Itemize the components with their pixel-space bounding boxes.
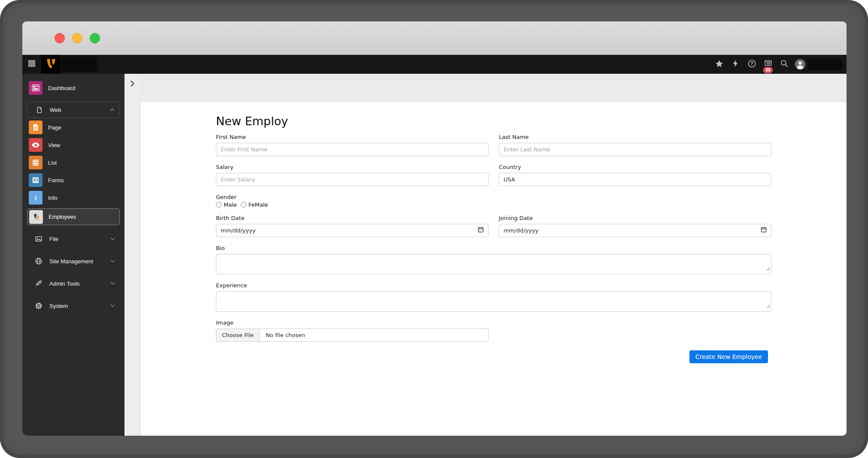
country-input[interactable] (499, 173, 771, 186)
notification-badge: 99 (763, 67, 773, 73)
info-icon: i (29, 191, 42, 205)
radio-button-icon[interactable] (216, 202, 222, 208)
gender-female-label: FeMale (249, 202, 268, 208)
image-label: Image (216, 319, 771, 326)
sidebar-group-site-management[interactable]: Site Management (27, 254, 120, 268)
gender-label: Gender (216, 194, 771, 200)
sidebar-group-label: Web (50, 107, 61, 113)
sidebar-item-employees[interactable]: 3 Employees (27, 208, 120, 225)
first-name-label: First Name (216, 134, 489, 140)
redacted-username (808, 59, 842, 70)
sidebar-item-label: Forms (48, 177, 64, 184)
radio-button-icon[interactable] (241, 202, 246, 208)
svg-text:i: i (35, 195, 36, 202)
sidebar-group-label: File (49, 236, 58, 242)
sidebar-item-label: Employees (49, 214, 76, 220)
grid-icon (28, 60, 35, 69)
gender-female-option[interactable]: FeMale (241, 202, 268, 208)
first-name-input[interactable] (216, 143, 489, 156)
experience-textarea[interactable] (216, 291, 771, 312)
clear-cache-button[interactable] (727, 55, 744, 74)
gender-male-option[interactable]: Male (216, 202, 237, 208)
date-placeholder-text: mm/dd/yyyy (504, 227, 538, 234)
sidebar-item-label: Page (48, 124, 61, 131)
person-icon (795, 59, 805, 69)
bookmarks-button[interactable] (711, 55, 727, 74)
sidebar-group-web[interactable]: Web (27, 102, 120, 118)
module-menu-button[interactable] (22, 55, 41, 74)
sidebar-group-system[interactable]: System (27, 299, 120, 313)
salary-input[interactable] (216, 173, 489, 186)
sidebar-item-forms[interactable]: Forms (29, 173, 120, 187)
experience-label: Experience (216, 282, 771, 289)
employees-extension-icon: 3 (29, 210, 43, 224)
bio-textarea[interactable] (216, 254, 771, 274)
expand-nav-button[interactable] (127, 78, 138, 89)
rocket-icon (35, 280, 42, 287)
globe-icon (35, 257, 42, 265)
topbar: ? 99 (22, 55, 847, 74)
doc-header (141, 74, 847, 102)
file-image-icon (35, 235, 42, 243)
module-sidebar: Dashboard Web (22, 74, 124, 436)
chevron-down-icon (111, 258, 115, 262)
country-label: Country (499, 164, 771, 170)
file-status-text: No file chosen (260, 332, 305, 338)
birth-date-input[interactable]: mm/dd/yyyy (216, 224, 489, 237)
date-placeholder-text: mm/dd/yyyy (221, 227, 255, 234)
joining-date-input[interactable]: mm/dd/yyyy (499, 224, 771, 237)
gear-icon (35, 302, 42, 310)
sidebar-item-label: List (48, 160, 57, 166)
chevron-right-icon (131, 81, 134, 87)
window-titlebar (22, 21, 847, 55)
gender-male-label: Male (224, 202, 237, 208)
sidebar-group-label: Site Management (49, 258, 93, 265)
sidebar-group-label: Admin Tools (49, 280, 80, 287)
typo3-logo-icon (45, 58, 56, 71)
close-window-button[interactable] (55, 33, 65, 43)
chevron-down-icon (111, 302, 115, 307)
search-button[interactable] (776, 55, 792, 74)
chevron-down-icon (111, 235, 115, 240)
sidebar-item-label: View (48, 142, 60, 148)
create-new-employee-button[interactable]: Create New Employee (689, 350, 768, 363)
calendar-icon[interactable] (478, 226, 484, 235)
chevron-down-icon (111, 280, 115, 284)
dashboard-icon (29, 81, 42, 95)
star-icon (715, 60, 723, 69)
chevron-up-icon (110, 108, 115, 112)
module-body: New Employ First Name Last Name (141, 102, 847, 436)
content-area: New Employ First Name Last Name (141, 74, 847, 436)
sidebar-item-label: Dashboard (48, 85, 76, 91)
bio-label: Bio (216, 245, 771, 251)
page-title: New Employ (216, 114, 771, 128)
sidebar-group-admin-tools[interactable]: Admin Tools (27, 277, 120, 290)
sidebar-item-info[interactable]: i Info (29, 191, 120, 205)
reports-button[interactable]: 99 (760, 55, 776, 74)
user-avatar[interactable] (795, 59, 805, 69)
sidebar-item-list[interactable]: List (29, 156, 120, 169)
maximize-window-button[interactable] (90, 33, 100, 43)
help-icon: ? (748, 60, 756, 69)
forms-icon (29, 173, 42, 187)
web-page-icon (35, 106, 43, 114)
image-file-input[interactable]: Choose File No file chosen (216, 328, 489, 342)
sidebar-group-label: System (49, 303, 68, 309)
birth-date-label: Birth Date (216, 215, 489, 221)
sidebar-group-file[interactable]: File (27, 232, 120, 246)
sidebar-item-label: Info (48, 195, 58, 201)
sidebar-item-dashboard[interactable]: Dashboard (29, 81, 120, 95)
minimize-window-button[interactable] (72, 33, 82, 43)
navigation-splitter (124, 74, 141, 436)
help-button[interactable]: ? (744, 55, 760, 74)
redacted-site-name (60, 57, 98, 72)
view-eye-icon (29, 138, 42, 152)
calendar-icon[interactable] (761, 226, 767, 235)
list-icon (29, 156, 42, 169)
salary-label: Salary (216, 164, 489, 170)
sidebar-item-view[interactable]: View (29, 138, 120, 152)
choose-file-button[interactable]: Choose File (216, 329, 260, 341)
typo3-logo-button[interactable] (41, 55, 60, 74)
last-name-input[interactable] (499, 143, 771, 156)
sidebar-item-page[interactable]: Page (29, 121, 120, 134)
